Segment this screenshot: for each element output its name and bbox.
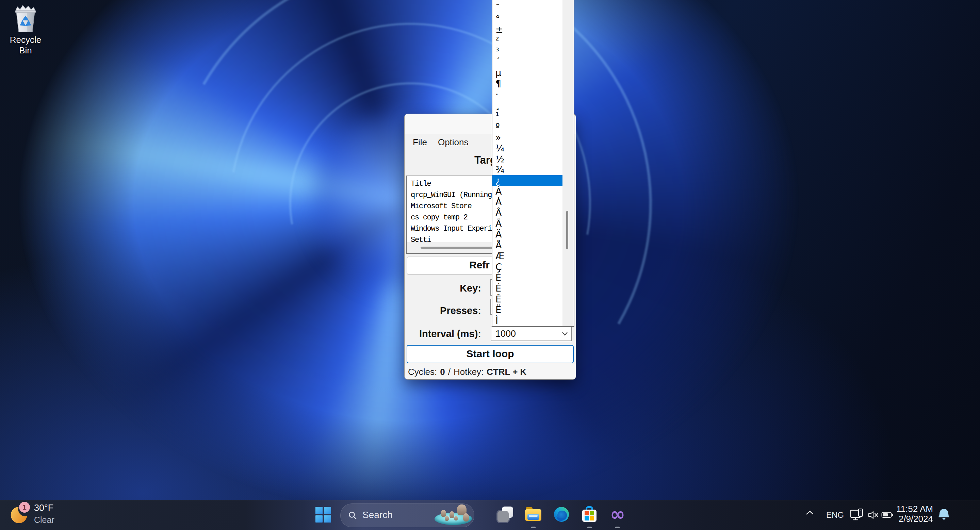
dropdown-item[interactable]: É [492, 283, 563, 294]
recycle-bin-label: Recycle Bin [3, 35, 48, 56]
dropdown-item[interactable]: Ç [492, 262, 563, 273]
bell-icon [938, 508, 950, 520]
battery-icon [881, 511, 894, 519]
dropdown-item[interactable]: ½ [492, 154, 563, 165]
tray-clock[interactable]: 11:52 AM 2/9/2024 [895, 504, 933, 524]
dropdown-item[interactable]: ± [492, 24, 563, 35]
start-button[interactable] [313, 505, 334, 525]
key-label: Key: [404, 283, 481, 294]
search-icon [348, 511, 357, 520]
status-separator: / [448, 367, 450, 377]
taskbar-weather-widget[interactable]: 1 30°F Clear [7, 501, 99, 529]
dropdown-item[interactable]: Ê [492, 294, 563, 305]
taskbar-search-box[interactable]: Search [340, 503, 474, 527]
cast-display-icon [850, 508, 865, 522]
dropdown-item[interactable]: ¶ [492, 78, 563, 89]
dropdown-scrollbar-thumb[interactable] [566, 211, 568, 249]
dropdown-item[interactable]: ³ [492, 46, 563, 57]
dropdown-item[interactable]: ² [492, 35, 563, 46]
tray-notifications[interactable] [938, 508, 950, 522]
dropdown-item[interactable]: ° [492, 14, 563, 24]
hotkey-label: Hotkey: [453, 367, 484, 377]
running-indicator [587, 527, 592, 528]
tray-battery[interactable] [881, 511, 894, 520]
dropdown-item[interactable]: À [492, 186, 563, 197]
dropdown-item[interactable]: Æ [492, 251, 563, 262]
dropdown-item-selected[interactable]: ¿ [492, 175, 563, 186]
interval-value: 1000 [495, 327, 516, 341]
speaker-muted-icon [868, 510, 879, 520]
task-view-icon [498, 506, 513, 522]
recycle-bin-shortcut[interactable]: Recycle Bin [3, 3, 48, 56]
status-bar: Cycles: 0 / Hotkey: CTRL + K [404, 364, 576, 379]
microsoft-store-icon [582, 506, 597, 522]
tray-volume-muted[interactable] [868, 510, 879, 521]
interval-combobox[interactable]: 1000 [491, 327, 572, 341]
key-dropdown-items: ¯ ° ± ² ³ ´ µ ¶ · ¸ ¹ º » ¼ ½ ¾ ¿ À Á Â … [492, 0, 563, 326]
edge-browser-button[interactable] [551, 504, 572, 525]
dropdown-item[interactable]: Å [492, 240, 563, 251]
dropdown-item[interactable]: ¾ [492, 164, 563, 175]
weather-temperature: 30°F [34, 503, 53, 513]
tray-time: 11:52 AM [895, 504, 933, 514]
dropdown-item[interactable]: Ã [492, 218, 563, 229]
tray-language[interactable]: ENG [826, 510, 844, 520]
dropdown-item[interactable]: Á [492, 197, 563, 208]
menu-bar: File Options [407, 135, 474, 150]
file-explorer-icon [525, 507, 541, 522]
dropdown-item[interactable]: Ì [492, 315, 563, 326]
tray-date: 2/9/2024 [895, 514, 933, 524]
task-view-button[interactable] [495, 504, 516, 525]
visual-studio-button[interactable]: ∞ [607, 504, 628, 525]
visual-studio-icon: ∞ [610, 506, 625, 522]
windows-logo-icon [315, 507, 331, 522]
notification-badge: 1 [19, 502, 30, 513]
chevron-up-icon [805, 509, 815, 516]
running-indicator [531, 527, 536, 528]
cycles-value: 0 [440, 367, 445, 377]
dropdown-scrollbar[interactable] [563, 0, 574, 326]
dropdown-item[interactable]: · [492, 89, 563, 100]
dropdown-item[interactable]: ¹ [492, 111, 563, 121]
start-loop-button[interactable]: Start loop [407, 345, 574, 363]
interval-label: Interval (ms): [404, 328, 481, 340]
search-placeholder: Search [363, 504, 393, 526]
edge-icon [554, 506, 569, 522]
recycle-bin-icon [13, 3, 38, 34]
file-explorer-button[interactable] [523, 504, 544, 525]
dropdown-item[interactable]: Ë [492, 305, 563, 315]
dropdown-item[interactable]: ´ [492, 57, 563, 67]
refresh-button-label: Refr [469, 257, 490, 273]
dropdown-item[interactable]: µ [492, 67, 563, 78]
dropdown-item[interactable]: ¼ [492, 143, 563, 154]
chevron-down-icon [562, 331, 568, 336]
search-highlight-image [433, 505, 473, 525]
microsoft-store-button[interactable] [579, 504, 600, 525]
menu-options[interactable]: Options [433, 135, 474, 150]
cycles-label: Cycles: [408, 367, 437, 377]
dropdown-item[interactable]: È [492, 272, 563, 283]
running-indicator [615, 527, 620, 528]
key-dropdown-list: ¯ ° ± ² ³ ´ µ ¶ · ¸ ¹ º » ¼ ½ ¾ ¿ À Á Â … [492, 0, 574, 327]
presses-label: Presses: [404, 305, 481, 316]
dropdown-item[interactable]: ¯ [492, 3, 563, 14]
menu-file[interactable]: File [407, 135, 433, 150]
dropdown-item[interactable]: » [492, 132, 563, 143]
dropdown-item[interactable]: º [492, 121, 563, 132]
dropdown-item[interactable]: Â [492, 208, 563, 218]
dropdown-item[interactable]: ¸ [492, 100, 563, 111]
desktop: Recycle Bin File Options Targ Title qrcp… [0, 0, 980, 530]
weather-condition: Clear [34, 515, 54, 525]
tray-cast-display[interactable] [850, 508, 865, 523]
tray-show-hidden-icons[interactable] [805, 509, 815, 517]
dropdown-item[interactable]: Ä [492, 229, 563, 240]
hotkey-value: CTRL + K [487, 367, 527, 377]
